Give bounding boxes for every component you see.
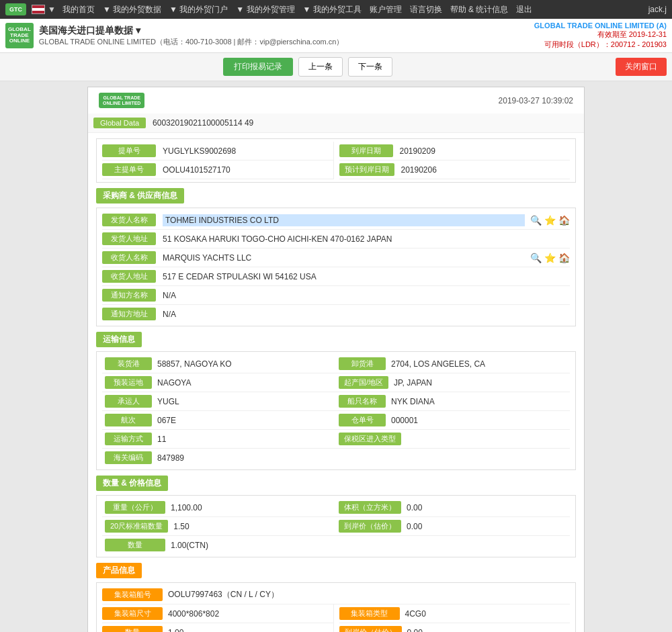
customs-code-cell: 海关编码 847989 bbox=[102, 449, 570, 467]
carrier-cell: 承运人 YUGL bbox=[102, 392, 336, 411]
nav-trade-data[interactable]: ▼ 我的外贸数据 bbox=[99, 4, 165, 15]
bill-no-label: 提单号 bbox=[102, 144, 156, 157]
arrival-price-value: 0.00 bbox=[407, 522, 422, 531]
container-no-row: 集装箱船号 OOLU7997463（CN / L / CY） bbox=[102, 586, 570, 604]
global-data-label: Global Data bbox=[93, 118, 146, 128]
bill-no-cell: 提单号 YUGLYLKS9002698 bbox=[102, 142, 334, 161]
record-timestamp: 2019-03-27 10:39:02 bbox=[499, 96, 573, 105]
product-section-title: 产品信息 bbox=[96, 563, 142, 578]
transport-mode-cell: 运输方式 11 bbox=[102, 430, 336, 449]
consignee-addr-value: 517 E CEDAR STPULASKI WI 54162 USA bbox=[163, 272, 570, 281]
containers20-cell: 20尺标准箱数量 1.50 bbox=[102, 517, 336, 536]
transport-section: 运输信息 装货港 58857, NAGOYA KO 卸货港 2704, LOS … bbox=[96, 332, 576, 470]
shipper-label: 发货人名称 bbox=[102, 214, 156, 226]
notify-value: N/A bbox=[163, 291, 570, 300]
user-display: jack.j bbox=[648, 5, 667, 14]
nav-logout[interactable]: 退出 bbox=[512, 4, 536, 15]
top-navigation: GTC ▼ 我的首页 ▼ 我的外贸数据 ▼ 我的外贸门户 ▼ 我的外贸管理 ▼ … bbox=[0, 0, 672, 19]
quantity-section-title: 数量 & 价格信息 bbox=[96, 476, 168, 491]
weight-value: 1,100.00 bbox=[171, 503, 202, 512]
transport-grid: 装货港 58857, NAGOYA KO 卸货港 2704, LOS ANGEL… bbox=[102, 355, 570, 449]
shipper-value: TOHMEI INDUSTRIES CO LTD bbox=[163, 214, 525, 226]
qty-cell: 数量 1.00(CTN) bbox=[102, 536, 570, 554]
consignee-row: 收货人名称 MARQUIS YACHTS LLC 🔍 ⭐ 🏠 bbox=[102, 249, 570, 267]
weight-cell: 重量（公斤） 1,100.00 bbox=[102, 498, 336, 517]
shipper-star-icon[interactable]: ⭐ bbox=[544, 215, 556, 226]
origin-country-cell: 起产国/地区 JP, JAPAN bbox=[336, 373, 570, 392]
product-qty-value: 1.00 bbox=[168, 628, 333, 632]
product-section: 产品信息 集装箱船号 OOLU7997463（CN / L / CY） 集装箱尺… bbox=[96, 563, 576, 632]
supplier-section-title: 采购商 & 供应商信息 bbox=[96, 188, 184, 204]
notify-addr-row: 通知方地址 N/A bbox=[102, 305, 570, 323]
carrier-label: 承运人 bbox=[105, 395, 152, 408]
volume-cell: 体积（立方米） 0.00 bbox=[336, 498, 570, 517]
shipper-addr-row: 发货人地址 51 KOSAKA HARUKI TOGO-CHO AICHI-KE… bbox=[102, 230, 570, 249]
consignee-home-icon[interactable]: 🏠 bbox=[558, 253, 570, 263]
global-data-row: Global Data 60032019021100005114 49 bbox=[88, 114, 584, 133]
customs-code-label: 海关编码 bbox=[105, 451, 152, 464]
container-size-value: 4000*806*802 bbox=[168, 609, 333, 619]
qty-value: 1.00(CTN) bbox=[171, 541, 208, 550]
nav-home[interactable]: 我的首页 bbox=[58, 4, 99, 15]
discharge-port-cell: 卸货港 2704, LOS ANGELES, CA bbox=[336, 355, 570, 373]
close-button[interactable]: 关闭窗口 bbox=[616, 58, 667, 76]
next-button[interactable]: 下一条 bbox=[348, 57, 392, 77]
master-bill-label: 主提单号 bbox=[102, 163, 156, 176]
nav-portal[interactable]: ▼ 我的外贸门户 bbox=[165, 4, 232, 15]
containers20-value: 1.50 bbox=[173, 522, 189, 531]
voyage-cell: 航次 067E bbox=[102, 411, 336, 430]
load-place-value: NAGOYA bbox=[157, 378, 191, 388]
consignee-addr-label: 收货人地址 bbox=[102, 270, 156, 283]
volume-value: 0.00 bbox=[407, 503, 422, 512]
arrival-date-value: 20190209 bbox=[400, 146, 571, 156]
consignee-addr-row: 收货人地址 517 E CEDAR STPULASKI WI 54162 USA bbox=[102, 267, 570, 286]
container-type-cell: 集装箱类型 4CG0 bbox=[339, 604, 571, 623]
load-port-cell: 装货港 58857, NAGOYA KO bbox=[102, 355, 336, 373]
quantity-grid: 重量（公斤） 1,100.00 体积（立方米） 0.00 20尺标准箱数量 1.… bbox=[102, 498, 570, 536]
print-button[interactable]: 打印报易记录 bbox=[223, 58, 293, 76]
product-price-label: 到岸价（估价） bbox=[339, 626, 402, 632]
carrier-value: YUGL bbox=[157, 397, 179, 406]
arrival-price-cell: 到岸价（估价） 0.00 bbox=[336, 517, 570, 536]
consignee-value: MARQUIS YACHTS LLC bbox=[163, 253, 525, 263]
nav-help[interactable]: 帮助 & 统计信息 bbox=[446, 4, 513, 15]
est-arrival-label: 预计到岸日期 bbox=[339, 163, 394, 176]
consignee-star-icon[interactable]: ⭐ bbox=[544, 253, 556, 263]
nav-language[interactable]: 语言切换 bbox=[406, 4, 446, 15]
load-place-label: 预装运地 bbox=[105, 376, 152, 389]
master-bill-cell: 主提单号 OOLU4101527170 bbox=[102, 161, 334, 179]
arrival-date-cell: 到岸日期 20190209 bbox=[339, 142, 571, 161]
prev-button[interactable]: 上一条 bbox=[298, 57, 343, 77]
origin-country-label: 起产国/地区 bbox=[339, 376, 388, 389]
nav-management[interactable]: ▼ 我的外贸管理 bbox=[232, 4, 298, 15]
nav-tools[interactable]: ▼ 我的外贸工具 bbox=[299, 4, 366, 15]
volume-label: 体积（立方米） bbox=[339, 501, 401, 514]
product-qty-price-row: 数量 1.00 到岸价（估价） 0.00 bbox=[102, 623, 570, 632]
origin-country-value: JP, JAPAN bbox=[394, 378, 432, 388]
vessel-label: 船只名称 bbox=[339, 395, 386, 408]
record-card: GLOBAL TRADEONLINE LIMITED 2019-03-27 10… bbox=[87, 87, 585, 632]
product-price-value: 0.00 bbox=[407, 628, 571, 632]
shipper-search-icon[interactable]: 🔍 bbox=[530, 215, 542, 226]
container-type-label: 集装箱类型 bbox=[339, 607, 400, 620]
card-header: GLOBAL TRADEONLINE LIMITED 2019-03-27 10… bbox=[88, 87, 584, 114]
consignee-label: 收货人名称 bbox=[102, 251, 156, 264]
weight-label: 重量（公斤） bbox=[105, 501, 165, 514]
consignee-search-icon[interactable]: 🔍 bbox=[530, 253, 542, 263]
flag-icon bbox=[32, 5, 45, 14]
bill-count-label: 仓单号 bbox=[339, 414, 386, 426]
load-port-label: 装货港 bbox=[105, 357, 152, 370]
customs-code-value: 847989 bbox=[157, 453, 184, 463]
top-toolbar: 打印报易记录 上一条 下一条 关闭窗口 bbox=[0, 53, 672, 81]
language-selector[interactable]: ▼ bbox=[32, 5, 56, 14]
header-info: GLOBALTRADEONLINE 美国海关进口提单数据 ▾ GLOBAL TR… bbox=[0, 19, 672, 53]
shipper-home-icon[interactable]: 🏠 bbox=[558, 215, 570, 226]
bonded-zone-label: 保税区进入类型 bbox=[339, 433, 401, 445]
container-size-label: 集装箱尺寸 bbox=[102, 607, 163, 620]
header-logo: GLOBALTRADEONLINE bbox=[5, 23, 34, 48]
voyage-label: 航次 bbox=[105, 414, 152, 426]
notify-addr-label: 通知方地址 bbox=[102, 308, 156, 320]
discharge-port-value: 2704, LOS ANGELES, CA bbox=[391, 359, 485, 369]
global-data-value: 60032019021100005114 49 bbox=[153, 118, 253, 128]
nav-account[interactable]: 账户管理 bbox=[366, 4, 406, 15]
